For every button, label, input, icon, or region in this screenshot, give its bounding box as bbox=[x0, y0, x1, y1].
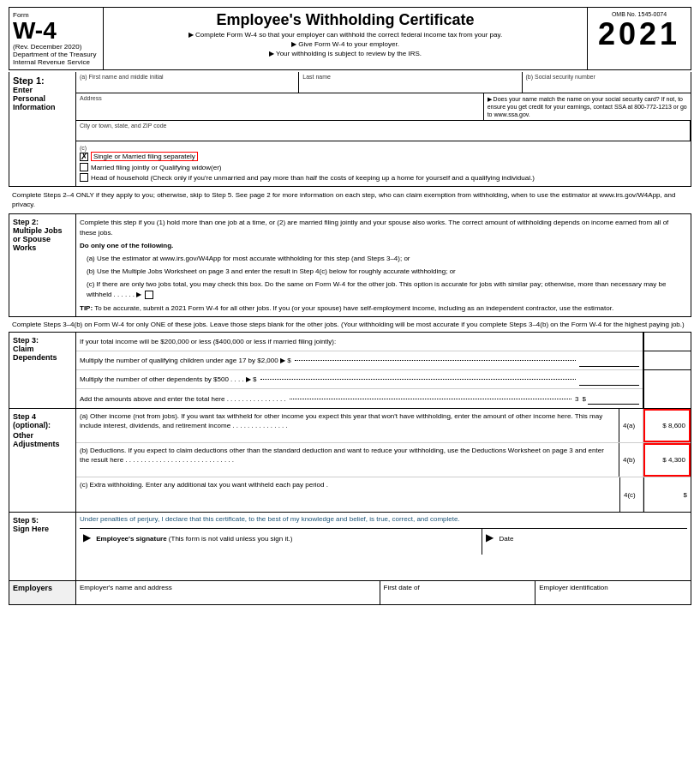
checkbox-hoh[interactable] bbox=[80, 173, 88, 182]
step4-section: Step 4 (optional): Other Adjustments (a)… bbox=[9, 409, 691, 513]
form-header: Form W-4 (Rev. December 2020) Department… bbox=[9, 7, 691, 70]
step3-dependents-dotted bbox=[260, 379, 576, 380]
step1-fields: (a) First name and middle initial Last n… bbox=[76, 72, 691, 186]
employer-name-field[interactable]: Employer's name and address bbox=[76, 581, 380, 604]
step4a-value[interactable]: $ 8,600 bbox=[643, 409, 691, 442]
header-instruction-2: ▶ Give Form W-4 to your employer. bbox=[111, 40, 580, 48]
city-label: City or town, state, and ZIP code bbox=[80, 123, 686, 129]
form-title-section: Employee's Withholding Certificate ▶ Com… bbox=[104, 8, 588, 69]
dept-label: Department of the Treasury bbox=[13, 51, 99, 58]
step4b-text: (b) Deductions. If you expect to claim d… bbox=[76, 443, 619, 477]
step3-children-text: Multiply the number of qualifying childr… bbox=[80, 357, 291, 364]
step3-total-text: Add the amounts above and enter the tota… bbox=[80, 395, 286, 403]
step2-tip: TIP: To be accurate, submit a 2021 Form … bbox=[80, 303, 687, 313]
step3-right-2 bbox=[644, 351, 691, 370]
checkbox-two-jobs[interactable] bbox=[145, 291, 153, 299]
checkbox-single-label: Single or Married filing separately bbox=[91, 152, 198, 161]
step3-right-1 bbox=[644, 333, 691, 351]
step3-total-line: Add the amounts above and enter the tota… bbox=[76, 389, 643, 408]
header-instruction-3: ▶ Your withholding is subject to review … bbox=[111, 50, 580, 57]
tip-label: TIP: bbox=[80, 304, 93, 312]
sig-bold-label: Employee's signature bbox=[96, 535, 166, 543]
date-label: Date bbox=[500, 535, 514, 543]
ssn-value bbox=[526, 80, 687, 90]
checkbox-hoh-label: Head of household (Check only if you're … bbox=[91, 174, 535, 182]
step5-sig-row: ▶ Employee's signature (This form is not… bbox=[80, 528, 687, 555]
step2-content: Complete this step if you (1) hold more … bbox=[76, 214, 691, 316]
step4b-value[interactable]: $ 4,300 bbox=[643, 443, 691, 477]
employer-id: Employer identification bbox=[535, 581, 691, 604]
steps-instructions: Complete Steps 2–4 ONLY if they apply to… bbox=[9, 187, 691, 213]
sig-note: (This form is not valid unless you sign … bbox=[169, 535, 293, 543]
checkbox-single-row: Single or Married filing separately bbox=[80, 152, 687, 161]
ssn-field[interactable]: (b) Social security number bbox=[523, 72, 691, 93]
step3-num: Step 3: bbox=[13, 336, 72, 345]
step3-line3-num: 3 bbox=[575, 395, 578, 403]
step4c-label: 4(c) bbox=[624, 491, 636, 499]
ssn-label: (b) Social security number bbox=[526, 74, 687, 80]
employers-section: Employers Employer's name and address Fi… bbox=[9, 581, 691, 605]
step1-address-row: Address ▶ Does your name match the name … bbox=[76, 93, 691, 121]
checkbox-married-row: Married filing jointly or Qualifying wid… bbox=[80, 163, 687, 171]
address-label: Address bbox=[80, 95, 480, 101]
sig-label: Employee's signature (This form is not v… bbox=[96, 535, 292, 543]
step2-section: Step 2: Multiple Jobs or Spouse Works Co… bbox=[9, 214, 691, 317]
step4-optional: (optional): bbox=[13, 421, 51, 429]
step3-children-dotted bbox=[295, 360, 576, 361]
step3-dollar: $ bbox=[583, 395, 586, 403]
step2-para1: Complete this step if you (1) hold more … bbox=[80, 218, 687, 238]
step4-sublabel: Other Adjustments bbox=[13, 431, 72, 448]
step2-c: (c) If there are only two jobs total, yo… bbox=[87, 279, 687, 300]
city-value bbox=[80, 129, 686, 139]
checkbox-married[interactable] bbox=[80, 163, 88, 171]
step2-sublabel: Multiple Jobs or Spouse Works bbox=[13, 226, 72, 252]
date-field[interactable]: ▶ Date bbox=[482, 529, 687, 555]
step2-b: (b) Use the Multiple Jobs Worksheet on p… bbox=[87, 267, 687, 277]
address-value bbox=[80, 101, 480, 111]
step3-right bbox=[643, 333, 691, 408]
irs-label: Internal Revenue Service bbox=[13, 58, 99, 66]
step3-income-text: If your total income will be $200,000 or… bbox=[80, 338, 336, 345]
last-name-field[interactable]: Last name bbox=[299, 72, 522, 93]
step4c-row: (c) Extra withholding. Enter any additio… bbox=[76, 477, 691, 512]
first-name-label: (a) First name and middle initial bbox=[80, 74, 295, 80]
sig-field[interactable]: ▶ Employee's signature (This form is not… bbox=[80, 529, 482, 555]
step4b-label: 4(b) bbox=[623, 456, 635, 464]
step3-dependents-input[interactable] bbox=[579, 374, 639, 386]
step4c-value[interactable]: $ bbox=[643, 477, 691, 512]
step5-declaration: Under penalties of perjury, I declare th… bbox=[80, 515, 687, 523]
step1-checkboxes: (c) Single or Married filing separately … bbox=[76, 141, 691, 186]
first-name-field[interactable]: (a) First name and middle initial bbox=[76, 72, 299, 93]
step3-right-3 bbox=[644, 370, 691, 389]
step3-total-input[interactable] bbox=[588, 393, 639, 405]
step4b-label-cell: 4(b) bbox=[619, 443, 643, 477]
step4-num-text: Step 4 bbox=[13, 412, 36, 421]
step1-sublabel: Enter Personal Information bbox=[13, 86, 72, 111]
step2-label: Step 2: Multiple Jobs or Spouse Works bbox=[9, 214, 76, 316]
complete-note: Complete Steps 3–4(b) on Form W-4 for on… bbox=[9, 317, 691, 333]
step3-section: Step 3: Claim Dependents If your total i… bbox=[9, 333, 691, 409]
address-field[interactable]: Address bbox=[76, 93, 484, 120]
step3-dependents-line: Multiply the number of other dependents … bbox=[76, 370, 643, 389]
step2-do-one: Do only one of the following. bbox=[80, 241, 687, 251]
step3-children-input[interactable] bbox=[579, 355, 639, 367]
step1-section: Step 1: Enter Personal Information (a) F… bbox=[9, 72, 691, 187]
arrow-right: ▶ bbox=[486, 531, 494, 543]
step3-income-note: If your total income will be $200,000 or… bbox=[76, 333, 643, 351]
step5-sublabel: Sign Here bbox=[13, 525, 72, 533]
step5-content: Under penalties of perjury, I declare th… bbox=[76, 513, 691, 580]
step3-dependents-text: Multiply the number of other dependents … bbox=[80, 375, 257, 383]
step1-label: Step 1: Enter Personal Information bbox=[9, 72, 76, 186]
arrow-left: ▶ bbox=[83, 531, 91, 543]
city-field[interactable]: City or town, state, and ZIP code bbox=[76, 121, 691, 141]
step2-num: Step 2: bbox=[13, 218, 72, 226]
checkbox-married-label: Married filing jointly or Qualifying wid… bbox=[91, 164, 222, 171]
step3-children-line: Multiply the number of qualifying childr… bbox=[76, 351, 643, 370]
omb-year-section: OMB No. 1545-0074 2021 bbox=[588, 8, 691, 69]
checkbox-single[interactable] bbox=[80, 153, 88, 161]
step4b-row: (b) Deductions. If you expect to claim d… bbox=[76, 443, 691, 477]
checkbox-hoh-row: Head of household (Check only if you're … bbox=[80, 173, 687, 182]
step4a-row: (a) Other income (not from jobs). If you… bbox=[76, 409, 691, 443]
step4a-label: 4(a) bbox=[623, 422, 635, 429]
header-instruction-1: ▶ Complete Form W-4 so that your employe… bbox=[111, 31, 580, 39]
